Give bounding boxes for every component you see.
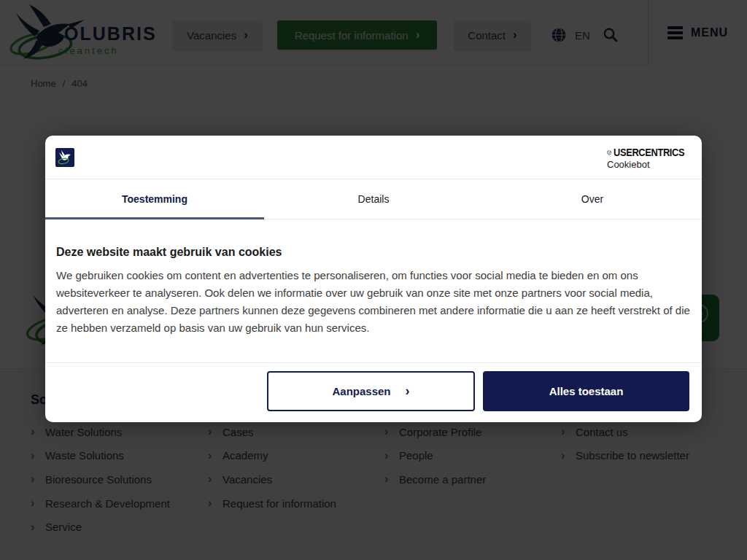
usercentrics-cookiebot-logo[interactable]: USERCENTRICS Cookiebot <box>607 147 691 170</box>
page: COLUBRIS cleantech Vacancies › Request f… <box>0 0 747 560</box>
dialog-title: Deze website maakt gebruik van cookies <box>56 246 282 259</box>
usercentrics-wordmark: USERCENTRICS <box>614 147 684 158</box>
cookiebot-label: Cookiebot <box>607 159 691 170</box>
site-logo-small <box>55 148 74 167</box>
tab-consent[interactable]: Toestemming <box>45 179 264 219</box>
allow-all-button[interactable]: Alles toestaan <box>483 371 689 411</box>
shield-check-icon <box>607 147 611 158</box>
tab-details[interactable]: Details <box>264 179 483 219</box>
active-tab-underline <box>45 217 264 219</box>
dialog-divider <box>45 362 702 363</box>
cookie-consent-dialog: USERCENTRICS Cookiebot Toestemming Detai… <box>45 136 702 422</box>
customize-label: Aanpassen <box>332 385 390 397</box>
dialog-tabs: Toestemming Details Over <box>45 179 702 219</box>
tab-about[interactable]: Over <box>483 179 702 219</box>
customize-button[interactable]: Aanpassen › <box>267 371 475 411</box>
dialog-body-text: We gebruiken cookies om content en adver… <box>56 267 691 337</box>
dialog-buttons: Aanpassen › Alles toestaan <box>267 371 689 411</box>
chevron-right-icon: › <box>406 384 410 397</box>
dialog-header: USERCENTRICS Cookiebot <box>45 136 702 179</box>
allow-all-label: Alles toestaan <box>549 385 624 397</box>
